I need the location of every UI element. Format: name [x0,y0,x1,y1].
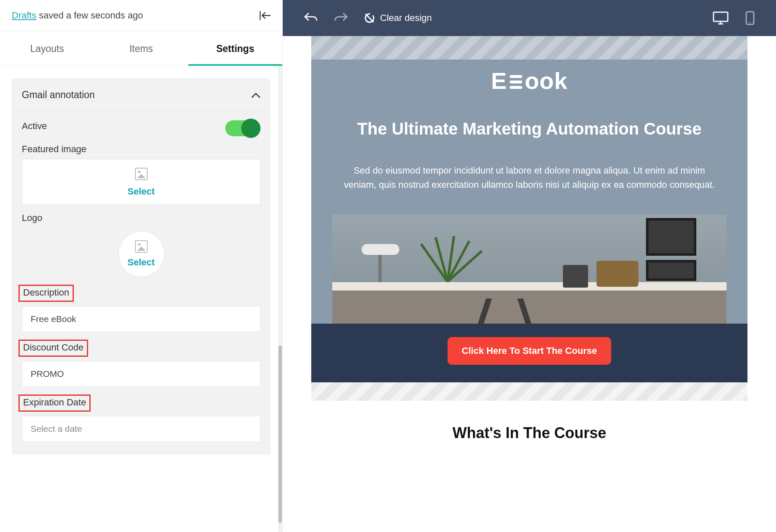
expiration-date-input[interactable]: Select a date [22,416,260,442]
ebook-logo: E ook [332,67,727,94]
select-logo-link[interactable]: Select [128,257,155,268]
drafts-link[interactable]: Drafts [12,10,36,21]
course-section-heading: What's In The Course [311,401,747,459]
chevron-up-icon[interactable] [251,92,260,98]
clear-design-label: Clear design [380,13,432,23]
featured-image-picker[interactable]: Select [22,159,260,205]
tab-items[interactable]: Items [94,31,188,65]
settings-sidebar: Drafts saved a few seconds ago Layouts I… [0,0,283,532]
start-course-button[interactable]: Click Here To Start The Course [448,337,611,365]
tab-layouts[interactable]: Layouts [0,31,94,65]
description-input[interactable]: Free eBook [22,306,260,332]
cta-band: Click Here To Start The Course [311,324,747,382]
email-preview: E ook The Ultimate Marketing Automation … [311,36,747,515]
editor-toolbar: Clear design [283,0,776,36]
featured-image-label: Featured image [22,144,86,155]
clear-design-icon [364,13,375,23]
desktop-preview-icon[interactable] [712,11,729,25]
decorative-stripe [311,36,747,60]
logo-label: Logo [22,213,42,223]
discount-code-input[interactable]: PROMO [22,361,260,387]
tab-settings[interactable]: Settings [188,31,282,65]
active-label: Active [22,121,47,132]
active-toggle[interactable] [225,120,260,136]
hero-body: Sed do eiusmod tempor incididunt ut labo… [332,163,727,192]
decorative-stripe [311,382,747,401]
save-status-bar: Drafts saved a few seconds ago [0,0,282,31]
collapse-sidebar-icon[interactable] [260,11,271,20]
section-title: Gmail annotation [22,89,95,101]
redo-icon[interactable] [334,13,348,23]
editor-area: Clear design E ook The Ultimate Mar [283,0,776,532]
image-placeholder-icon [135,240,148,253]
sidebar-tabs: Layouts Items Settings [0,31,282,66]
hero-headline: The Ultimate Marketing Automation Course [332,119,727,138]
discount-code-label: Discount Code [18,340,88,357]
undo-icon[interactable] [304,13,318,23]
logo-picker[interactable]: Select [118,231,164,277]
clear-design-button[interactable]: Clear design [364,13,432,23]
description-label: Description [18,285,74,302]
save-status-text: saved a few seconds ago [39,10,143,21]
svg-point-2 [749,21,750,23]
expiration-date-label: Expiration Date [18,394,91,412]
mobile-preview-icon[interactable] [745,10,755,26]
svg-rect-0 [714,12,728,21]
book-lines-icon [510,75,522,89]
hero-photo [332,215,727,324]
gmail-annotation-section: Gmail annotation Active Featured image [12,78,271,454]
hero-block: E ook The Ultimate Marketing Automation … [311,60,747,324]
image-placeholder-icon [135,168,148,180]
select-featured-image-link[interactable]: Select [22,186,260,197]
sidebar-scrollbar[interactable] [278,66,282,532]
